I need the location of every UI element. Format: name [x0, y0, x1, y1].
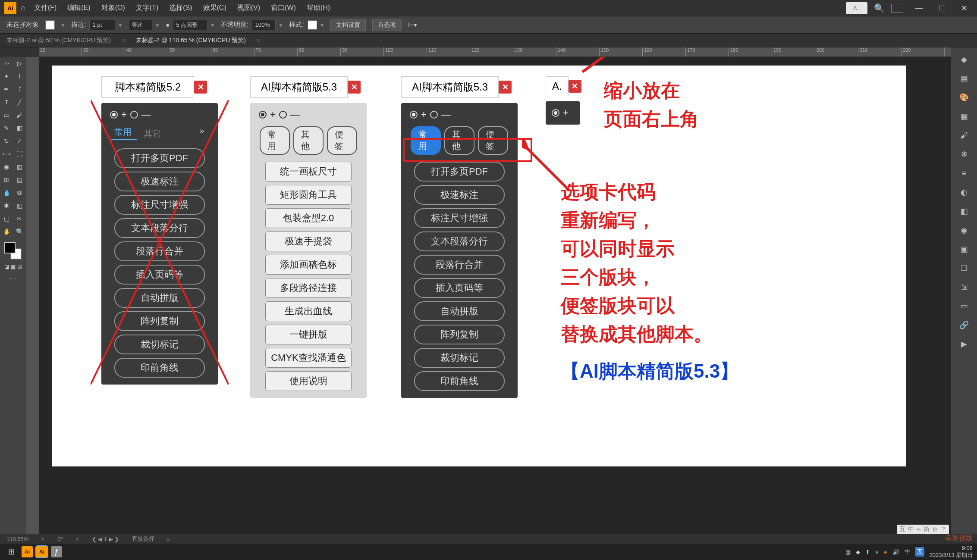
zoom-tool[interactable]: 🔍 — [13, 225, 26, 238]
taskbar-ai-icon[interactable]: Ai — [22, 546, 33, 557]
taskbar-app-icon[interactable]: ƒ — [51, 546, 62, 557]
panel53dark-btn-2[interactable]: 标注尺寸增强 — [414, 208, 505, 228]
fill-swatch[interactable] — [45, 20, 55, 30]
menu-effect[interactable]: 效果(C) — [203, 3, 226, 13]
paintbrush-tool[interactable]: 🖌 — [13, 109, 26, 122]
doc-setup-button[interactable]: 文档设置 — [330, 19, 366, 31]
canvas[interactable]: 脚本精简版5.2 ✕ + — 常用 其它 » 打开 — [39, 57, 951, 534]
panel52-btn-4[interactable]: 段落行合并 — [114, 241, 205, 261]
panel53dark-tab-2[interactable]: 便签 — [478, 126, 508, 155]
gradient-tool[interactable]: ▤ — [13, 173, 26, 186]
panel53dark-tab-0[interactable]: 常用 — [411, 126, 441, 155]
selection-tool[interactable]: ▱ — [0, 57, 13, 70]
radio-unselected-icon[interactable] — [279, 111, 287, 119]
search-box[interactable]: A.. — [846, 2, 867, 14]
arrange-documents-icon[interactable] — [891, 4, 903, 13]
doc-tab-2[interactable]: 未标题-2 @ 110.65 % (CMYK/CPU 预览) — [136, 37, 246, 44]
panel53dark-btn-4[interactable]: 段落行合并 — [414, 255, 505, 275]
panel53dark-close-button[interactable]: ✕ — [499, 81, 512, 94]
eyedropper-tool[interactable]: 💧 — [0, 186, 13, 199]
minimize-button[interactable]: — — [910, 3, 928, 13]
menu-help[interactable]: 帮助(H) — [307, 3, 330, 13]
panel53dark-btn-3[interactable]: 文本段落分行 — [414, 232, 505, 251]
none-mode-icon[interactable]: ☒ — [17, 264, 22, 270]
panel53dark-btn-9[interactable]: 印前角线 — [414, 371, 505, 391]
radio-unselected-icon[interactable] — [430, 111, 438, 119]
artboards-panel-icon[interactable]: ▭ — [956, 298, 972, 314]
align-icon[interactable]: ⊩▾ — [408, 21, 417, 29]
blend-tool[interactable]: ⧉ — [13, 186, 26, 199]
panel52-btn-7[interactable]: 阵列复制 — [114, 311, 205, 331]
panel53light-close-button[interactable]: ✕ — [348, 81, 361, 94]
uniform-input[interactable] — [129, 20, 152, 30]
panel52-btn-8[interactable]: 裁切标记 — [114, 335, 205, 354]
panel53light-btn-3[interactable]: 极速手提袋 — [265, 232, 352, 251]
panel52-btn-3[interactable]: 文本段落分行 — [114, 218, 205, 238]
start-button[interactable]: ⊞ — [4, 545, 18, 559]
graph-tool[interactable]: ▥ — [13, 199, 26, 212]
panel53dark-btn-1[interactable]: 极速标注 — [414, 185, 505, 205]
width-tool[interactable]: ⟷ — [0, 147, 13, 160]
layers-panel-icon[interactable]: ❐ — [956, 260, 972, 276]
color-mode-icon[interactable]: ◪ — [4, 264, 9, 270]
panel53dark-tab-1[interactable]: 其他 — [444, 126, 474, 155]
links-panel-icon[interactable]: 🔗 — [956, 317, 972, 333]
symbol-sprayer-tool[interactable]: ✱ — [0, 199, 13, 212]
doc-tab-1[interactable]: 未标题-2.ai @ 50 % (CMYK/CPU 预览) — [6, 37, 111, 44]
panel53light-tab-0[interactable]: 常用 — [260, 126, 290, 155]
artboard-nav[interactable]: ❮ ◀ 1 ▶ ❯ — [92, 536, 119, 542]
rectangle-tool[interactable]: ▭ — [0, 109, 13, 122]
radio-unselected-icon[interactable] — [130, 111, 138, 119]
fill-stroke-swatch[interactable] — [4, 242, 22, 260]
radio-selected-icon[interactable] — [110, 111, 118, 119]
panel53light-btn-4[interactable]: 添加画稿色标 — [265, 255, 352, 275]
ime-indicator[interactable]: 五 中 •› 简 ⚙ ？ — [897, 525, 949, 534]
panel52-btn-2[interactable]: 标注尺寸增强 — [114, 195, 205, 215]
free-transform-tool[interactable]: ⛶ — [13, 147, 26, 160]
panel53dark-btn-5[interactable]: 插入页码等 — [414, 278, 505, 298]
tray-volume-icon[interactable]: 🔊 — [892, 549, 899, 555]
search-icon[interactable]: 🔍 — [874, 3, 885, 13]
tray-ime-icon[interactable]: 五 — [915, 547, 924, 557]
panel53light-btn-7[interactable]: 一键拼版 — [265, 325, 352, 344]
eraser-tool[interactable]: ◧ — [13, 122, 26, 135]
tray-icon[interactable]: ▦ — [845, 549, 851, 555]
panel53light-tab-2[interactable]: 便签 — [327, 126, 357, 155]
panel53light-btn-8[interactable]: CMYK查找潘通色 — [265, 348, 352, 368]
brushes-panel-icon[interactable]: 🖌 — [956, 128, 972, 143]
direct-selection-tool[interactable]: ▷ — [13, 57, 26, 70]
stroke-weight-input[interactable] — [89, 20, 115, 30]
panel53light-btn-1[interactable]: 矩形圆角工具 — [265, 185, 352, 205]
magic-wand-tool[interactable]: ✦ — [0, 70, 13, 83]
tray-ime-lang[interactable]: 中 — [905, 548, 910, 556]
radio-selected-icon[interactable] — [552, 109, 559, 117]
chevron-right-icon[interactable]: » — [200, 126, 208, 141]
asset-export-panel-icon[interactable]: ⇲ — [956, 279, 972, 295]
symbols-panel-icon[interactable]: ❋ — [956, 147, 972, 162]
zoom-level[interactable]: 110.65% — [6, 536, 28, 542]
pen-tool[interactable]: ✒ — [0, 83, 13, 96]
panel53dark-btn-7[interactable]: 阵列复制 — [414, 325, 505, 344]
radio-selected-icon[interactable] — [410, 111, 418, 119]
menu-window[interactable]: 窗口(W) — [271, 3, 296, 13]
artboard-tool[interactable]: ▢ — [0, 212, 13, 225]
prefs-button[interactable]: 首选项 — [372, 19, 402, 31]
stroke-panel-icon[interactable]: ≡ — [956, 166, 972, 181]
rotate-tool[interactable]: ↻ — [0, 135, 13, 147]
gradient-panel-icon[interactable]: ◐ — [956, 185, 972, 200]
scale-tool[interactable]: ⤢ — [13, 135, 26, 147]
panel52-btn-1[interactable]: 极速标注 — [114, 172, 205, 191]
menu-file[interactable]: 文件(F) — [34, 3, 57, 13]
panel52-tab-other[interactable]: 其它 — [140, 126, 164, 141]
panel53dark-btn-8[interactable]: 裁切标记 — [414, 348, 505, 368]
slice-tool[interactable]: ✂ — [13, 212, 26, 225]
panel52-btn-5[interactable]: 插入页码等 — [114, 265, 205, 285]
panel53light-btn-6[interactable]: 生成出血线 — [265, 301, 352, 321]
style-swatch[interactable] — [308, 20, 317, 30]
menu-object[interactable]: 对象(O) — [101, 3, 125, 13]
appearance-panel-icon[interactable]: ◉ — [956, 222, 972, 238]
panel52-btn-9[interactable]: 印前角线 — [114, 358, 205, 378]
properties-panel-icon[interactable]: ◆ — [956, 52, 972, 67]
shape-builder-tool[interactable]: ◉ — [0, 160, 13, 173]
transparency-panel-icon[interactable]: ◧ — [956, 203, 972, 219]
